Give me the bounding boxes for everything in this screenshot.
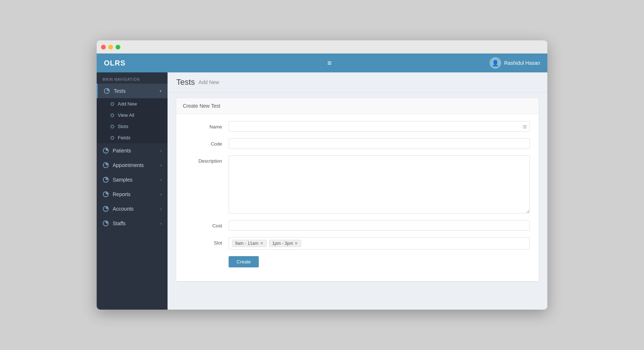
sidebar-section-label: MAIN NAVIGATION xyxy=(97,72,168,84)
sidebar-label-samples: Samples xyxy=(113,177,132,183)
sidebar-item-accounts[interactable]: Accounts ‹ xyxy=(97,202,168,216)
sidebar-label-staffs: Staffs xyxy=(113,220,126,226)
minimize-button[interactable] xyxy=(108,45,113,49)
name-input[interactable] xyxy=(229,121,530,132)
patients-pie-icon xyxy=(102,147,109,154)
slots-circle-icon xyxy=(110,125,114,128)
description-label: Description xyxy=(185,155,229,164)
samples-pie-icon xyxy=(102,176,109,183)
app-window: OLRS ≡ 👤 Rashidul Hasan MAIN NAVIGATION … xyxy=(97,40,547,310)
sidebar-item-reports[interactable]: Reports ‹ xyxy=(97,187,168,202)
tests-pie-icon xyxy=(104,88,110,94)
slot-tag-1: 1pm - 3pm ✕ xyxy=(269,240,301,247)
slot-tag-0-label: 9am - 11am xyxy=(235,241,258,246)
empty-label xyxy=(185,256,229,259)
reports-chevron-icon: ‹ xyxy=(160,192,162,196)
view-all-circle-icon xyxy=(110,114,114,117)
create-test-card: Create New Test Name ⊞ xyxy=(176,98,539,281)
code-row: Code xyxy=(185,138,530,149)
avatar: 👤 xyxy=(490,57,501,69)
body-layout: MAIN NAVIGATION Tests ▾ Add New xyxy=(97,72,547,310)
accounts-item-left: Accounts xyxy=(102,206,134,212)
sidebar-item-tests[interactable]: Tests ▾ xyxy=(97,84,168,98)
tests-submenu: Add New View All Slots Fields xyxy=(97,98,168,143)
user-info: 👤 Rashidul Hasan xyxy=(490,57,540,69)
samples-item-left: Samples xyxy=(102,176,132,183)
close-button[interactable] xyxy=(101,45,106,49)
add-new-circle-icon xyxy=(110,102,114,106)
cost-row: Cost xyxy=(185,220,530,231)
slot-tag-1-label: 1pm - 3pm xyxy=(272,241,293,246)
sidebar-item-staffs[interactable]: Staffs ‹ xyxy=(97,216,168,231)
sidebar: MAIN NAVIGATION Tests ▾ Add New xyxy=(97,72,168,310)
appointments-item-left: Appointments xyxy=(102,162,144,168)
slot-row: Slot 9am - 11am ✕ 1pm - 3pm ✕ xyxy=(185,237,530,250)
fields-circle-icon xyxy=(110,136,114,140)
slot-tags-container[interactable]: 9am - 11am ✕ 1pm - 3pm ✕ xyxy=(229,237,530,250)
appointments-chevron-icon: ‹ xyxy=(160,163,162,167)
name-row: Name ⊞ xyxy=(185,121,530,132)
staffs-chevron-icon: ‹ xyxy=(160,221,162,226)
card-header: Create New Test xyxy=(176,98,539,114)
cost-label: Cost xyxy=(185,220,229,228)
staffs-pie-icon xyxy=(102,220,109,227)
sidebar-label-reports: Reports xyxy=(113,191,130,197)
accounts-chevron-icon: ‹ xyxy=(160,207,162,211)
traffic-lights xyxy=(101,45,120,49)
add-new-breadcrumb[interactable]: Add New xyxy=(198,79,219,85)
description-row: Description xyxy=(185,155,530,214)
reports-pie-icon xyxy=(102,191,109,198)
hamburger-button[interactable]: ≡ xyxy=(169,57,490,69)
sidebar-item-appointments[interactable]: Appointments ‹ xyxy=(97,158,168,172)
sidebar-item-samples[interactable]: Samples ‹ xyxy=(97,172,168,187)
page-header: Tests Add New xyxy=(168,72,547,92)
submenu-add-new[interactable]: Add New xyxy=(97,98,168,110)
accounts-pie-icon xyxy=(102,206,109,212)
slot-tag-1-close[interactable]: ✕ xyxy=(294,241,298,246)
appointments-pie-icon xyxy=(102,162,109,168)
main-content: Tests Add New Create New Test Name xyxy=(168,72,547,310)
patients-item-left: Patients xyxy=(102,147,131,154)
card-body: Name ⊞ Code xyxy=(176,114,539,281)
submenu-fields-label: Fields xyxy=(118,135,130,140)
description-textarea[interactable] xyxy=(229,155,530,214)
submenu-slots-label: Slots xyxy=(118,124,128,129)
maximize-button[interactable] xyxy=(116,45,120,49)
tests-chevron-icon: ▾ xyxy=(160,89,162,94)
page-title: Tests xyxy=(176,77,195,87)
sidebar-label-tests: Tests xyxy=(114,88,126,94)
card-title: Create New Test xyxy=(183,103,220,109)
title-bar xyxy=(97,40,547,53)
slot-tag-0-close[interactable]: ✕ xyxy=(260,241,263,246)
patients-chevron-icon: ‹ xyxy=(160,148,162,153)
code-label: Code xyxy=(185,138,229,147)
slot-label: Slot xyxy=(185,237,229,246)
user-name: Rashidul Hasan xyxy=(504,60,540,66)
submenu-slots[interactable]: Slots xyxy=(97,121,168,132)
form-actions-row: Create xyxy=(185,256,530,267)
name-label: Name xyxy=(185,121,229,130)
sidebar-label-patients: Patients xyxy=(113,148,131,154)
submenu-view-all[interactable]: View All xyxy=(97,110,168,121)
create-button[interactable]: Create xyxy=(229,256,259,267)
app-container: OLRS ≡ 👤 Rashidul Hasan MAIN NAVIGATION … xyxy=(97,53,547,310)
brand-name: OLRS xyxy=(104,59,169,67)
sidebar-label-accounts: Accounts xyxy=(113,206,134,212)
sidebar-label-appointments: Appointments xyxy=(113,162,144,168)
slot-tag-0: 9am - 11am ✕ xyxy=(232,240,267,247)
name-input-wrapper: ⊞ xyxy=(229,121,530,132)
submenu-add-new-label: Add New xyxy=(118,101,137,107)
sidebar-item-patients[interactable]: Patients ‹ xyxy=(97,143,168,158)
name-input-icon: ⊞ xyxy=(523,124,527,130)
page-body: Create New Test Name ⊞ xyxy=(168,92,547,287)
submenu-view-all-label: View All xyxy=(118,112,134,118)
top-header: OLRS ≡ 👤 Rashidul Hasan xyxy=(97,53,547,72)
staffs-item-left: Staffs xyxy=(102,220,126,227)
submenu-fields[interactable]: Fields xyxy=(97,132,168,143)
reports-item-left: Reports xyxy=(102,191,130,198)
cost-input[interactable] xyxy=(229,220,530,231)
tests-item-left: Tests xyxy=(104,88,126,94)
code-input[interactable] xyxy=(229,138,530,149)
samples-chevron-icon: ‹ xyxy=(160,178,162,182)
